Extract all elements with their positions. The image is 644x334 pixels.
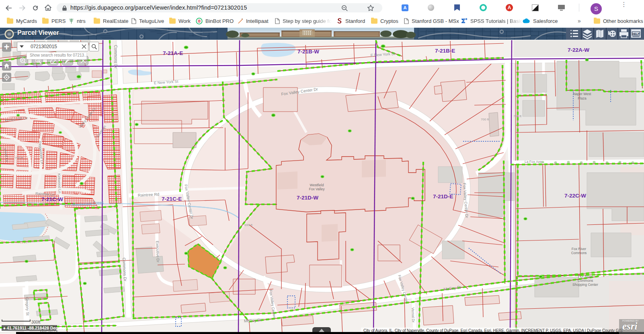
svg-text:7-21D-W: 7-21D-W (297, 195, 318, 201)
svg-text:699 ft: 699 ft (244, 223, 253, 227)
svg-text:La Fox Ave: La Fox Ave (525, 160, 542, 164)
svg-text:Plaza: Plaza (578, 96, 587, 100)
svg-text:Vernal Dr: Vernal Dr (411, 308, 415, 323)
svg-text:Commons Dr: Commons Dr (113, 45, 118, 69)
svg-text:700 ft: 700 ft (481, 118, 489, 121)
svg-text:Naper West: Naper West (573, 92, 591, 96)
svg-text:Commons: Commons (571, 251, 587, 255)
svg-text:Westfield: Westfield (310, 183, 324, 187)
svg-text:7-21B-W: 7-21B-W (297, 49, 319, 55)
svg-text:P: P (21, 59, 24, 62)
svg-text:HELP: HELP (632, 33, 640, 35)
svg-text:Fox Valley: Fox Valley (309, 187, 325, 191)
svg-text:Shopping Center: Shopping Center (572, 283, 598, 287)
svg-text:Executive Dr: Executive Dr (155, 241, 160, 263)
svg-text:7-21C-E: 7-21C-E (162, 196, 182, 202)
svg-text:7-21A-E: 7-21A-E (163, 50, 183, 56)
svg-text:Fox River: Fox River (578, 275, 593, 279)
svg-text:700 ft: 700 ft (513, 114, 522, 118)
svg-text:Kirkwood Ln: Kirkwood Ln (57, 173, 62, 193)
svg-text:7-21B-E: 7-21B-E (435, 48, 455, 54)
svg-text:7-22A-W: 7-22A-W (568, 47, 589, 53)
svg-text:7-21C-W: 7-21C-W (41, 196, 63, 202)
svg-text:Fox River: Fox River (572, 247, 587, 251)
svg-text:700 ft: 700 ft (15, 156, 23, 160)
svg-text:7-21D-E: 7-21D-E (433, 193, 453, 200)
svg-text:Commons: Commons (578, 279, 593, 283)
svg-text:7-22C-W: 7-22C-W (564, 193, 586, 199)
svg-text:Gregory St: Gregory St (25, 297, 30, 316)
